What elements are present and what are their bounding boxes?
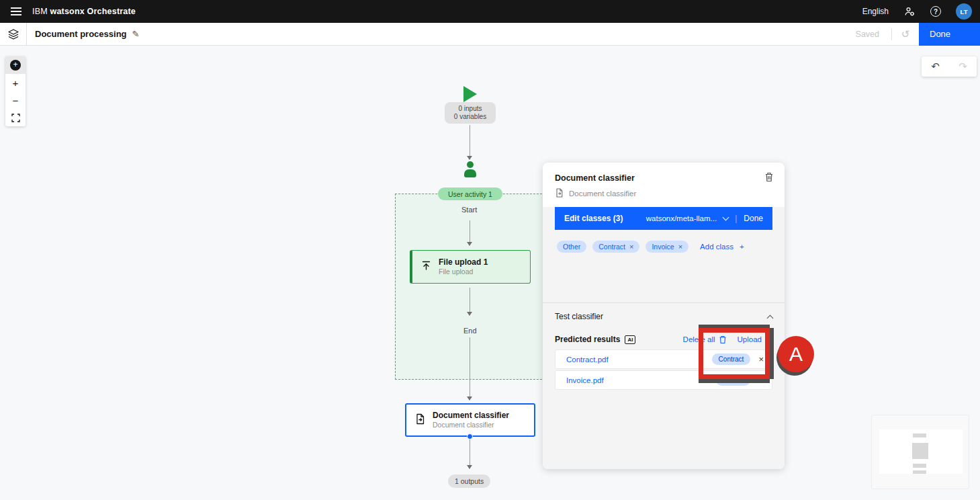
classifier-title: Document classifier bbox=[433, 411, 509, 421]
file-link[interactable]: Contract.pdf bbox=[566, 356, 609, 364]
add-icon: + bbox=[740, 243, 744, 251]
user-activity-icon[interactable] bbox=[464, 161, 476, 180]
document-classifier-icon bbox=[414, 413, 426, 427]
annotation-marker-a: A bbox=[778, 336, 814, 372]
connector-arrowhead bbox=[467, 312, 472, 316]
help-icon[interactable]: ? bbox=[930, 6, 941, 17]
page-title: Document processing bbox=[35, 29, 127, 39]
file-link[interactable]: Invoice.pdf bbox=[566, 376, 604, 384]
undo-redo-toolbar: ↶ ↷ bbox=[922, 56, 977, 77]
edit-title-icon[interactable]: ✎ bbox=[132, 29, 140, 39]
ai-badge: AI bbox=[625, 335, 635, 344]
fit-to-screen-button[interactable] bbox=[5, 109, 26, 126]
classifier-properties-panel: Document classifier Document classifier … bbox=[543, 163, 785, 469]
model-selector[interactable]: watsonx/meta-llam... bbox=[646, 214, 717, 222]
minimap[interactable] bbox=[871, 415, 969, 489]
add-node-icon: + bbox=[10, 60, 21, 71]
classifier-subtitle: Document classifier bbox=[433, 421, 509, 429]
edit-bar-divider: | bbox=[735, 214, 737, 223]
add-class-button[interactable]: Add class + bbox=[700, 243, 744, 251]
layers-icon[interactable] bbox=[0, 23, 27, 46]
canvas-toolbar: + + − bbox=[5, 56, 26, 126]
inputs-variables-badge[interactable]: 0 inputs 0 variables bbox=[445, 102, 496, 124]
connector-line bbox=[470, 220, 470, 242]
test-classifier-title: Test classifier bbox=[555, 312, 603, 321]
remove-class-icon[interactable]: × bbox=[678, 243, 682, 251]
zoom-in-button[interactable]: + bbox=[5, 74, 26, 91]
class-pill-other[interactable]: Other bbox=[557, 241, 586, 253]
chevron-down-icon[interactable] bbox=[723, 214, 729, 221]
predicted-results-label: Predicted results bbox=[555, 335, 620, 344]
upload-icon bbox=[420, 260, 432, 274]
annotation-highlight-box bbox=[699, 328, 770, 379]
file-upload-node[interactable]: File upload 1 File upload bbox=[410, 250, 531, 284]
minimap-viewport bbox=[879, 429, 963, 474]
undo-button[interactable]: ↶ bbox=[922, 56, 949, 77]
language-selector[interactable]: English bbox=[862, 7, 889, 16]
class-pill-contract[interactable]: Contract × bbox=[592, 241, 639, 253]
node-output-port[interactable] bbox=[467, 433, 473, 440]
end-label: End bbox=[463, 327, 477, 335]
connector-line bbox=[470, 125, 470, 156]
connector-arrowhead bbox=[467, 397, 472, 401]
app-root: IBM watsonx Orchestrate English ? LT Doc… bbox=[0, 0, 980, 500]
user-activity-container[interactable] bbox=[395, 194, 545, 380]
flow-start-icon[interactable] bbox=[463, 86, 477, 102]
saved-status: Saved bbox=[844, 30, 891, 39]
redo-button[interactable]: ↷ bbox=[949, 56, 977, 77]
hamburger-menu-icon[interactable] bbox=[0, 0, 32, 23]
file-upload-title: File upload 1 bbox=[439, 257, 488, 267]
connector-arrowhead bbox=[467, 242, 472, 246]
connector-line bbox=[470, 440, 470, 465]
connector-arrowhead bbox=[467, 156, 472, 160]
user-activity-pill[interactable]: User activity 1 bbox=[438, 188, 502, 200]
edit-classes-done-button[interactable]: Done bbox=[744, 214, 763, 223]
outputs-badge[interactable]: 1 outputs bbox=[448, 474, 490, 488]
connector-arrowhead bbox=[467, 465, 472, 469]
panel-node-type-icon bbox=[555, 188, 564, 199]
panel-title: Document classifier bbox=[555, 173, 772, 183]
edit-classes-label: Edit classes (3) bbox=[564, 214, 623, 223]
file-upload-subtitle: File upload bbox=[439, 267, 488, 276]
delete-node-icon[interactable] bbox=[764, 172, 774, 185]
start-label: Start bbox=[461, 206, 477, 214]
user-settings-icon[interactable] bbox=[903, 5, 916, 17]
done-button[interactable]: Done bbox=[919, 23, 980, 46]
connector-line bbox=[470, 337, 470, 397]
panel-subtitle: Document classifier bbox=[569, 190, 636, 198]
connector-line bbox=[470, 288, 470, 312]
classes-row: Other Contract × Invoice × Add class + bbox=[543, 230, 785, 253]
editor-header: Document processing ✎ Saved ↺ Done bbox=[0, 23, 980, 46]
class-pill-invoice[interactable]: Invoice × bbox=[645, 241, 688, 253]
top-nav: IBM watsonx Orchestrate English ? LT bbox=[0, 0, 980, 23]
remove-class-icon[interactable]: × bbox=[629, 243, 633, 251]
avatar[interactable]: LT bbox=[956, 3, 972, 19]
add-node-button[interactable]: + bbox=[5, 56, 26, 74]
brand-title: IBM watsonx Orchestrate bbox=[32, 7, 136, 16]
document-classifier-node[interactable]: Document classifier Document classifier bbox=[405, 403, 535, 437]
version-history-icon[interactable]: ↺ bbox=[892, 23, 919, 46]
zoom-out-button[interactable]: − bbox=[5, 91, 26, 109]
edit-classes-bar: Edit classes (3) watsonx/meta-llam... | … bbox=[555, 207, 772, 230]
collapse-section-icon[interactable] bbox=[767, 315, 774, 321]
